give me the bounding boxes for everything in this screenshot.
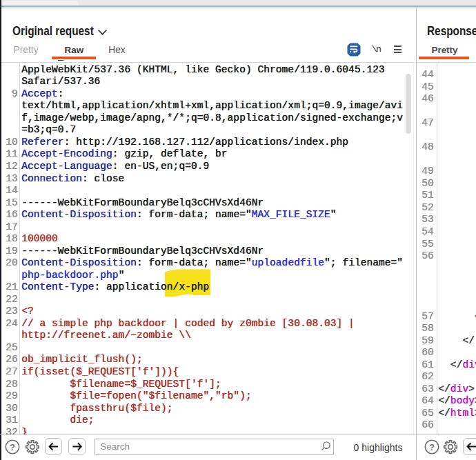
svg-text:?: ? [429, 442, 435, 452]
svg-text:?: ? [10, 442, 15, 452]
